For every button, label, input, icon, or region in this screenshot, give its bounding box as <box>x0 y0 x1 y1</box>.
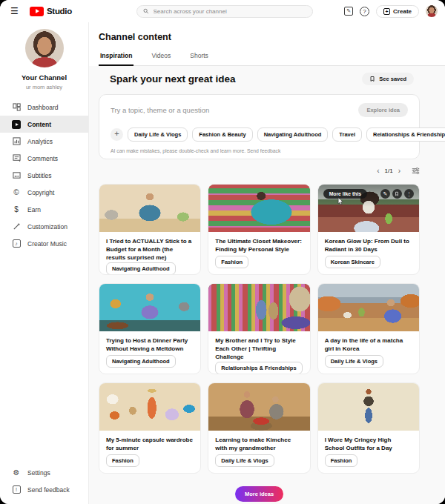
idea-card-dinner-party[interactable]: Trying to Host a Dinner Party Without Ha… <box>99 283 201 374</box>
sidebar-item-copyright[interactable]: © Copyright <box>0 184 88 201</box>
idea-card-thrifting-challenge[interactable]: My Brother and I Try to Style Each Other… <box>208 283 310 374</box>
more-options-icon[interactable]: ⋮ <box>404 189 414 199</box>
analytics-icon <box>12 137 21 146</box>
search-icon <box>143 8 149 14</box>
sidebar-item-settings[interactable]: ⚙ Settings <box>0 464 88 481</box>
youtube-studio-window: ☰ Studio ✎ ? + Create Your Channel <box>0 0 445 504</box>
page-prev-icon[interactable]: ‹ <box>377 168 379 175</box>
topic-chip[interactable]: Daily Life & Vlogs <box>128 127 188 142</box>
content-tabs: Inspiration Videos Shorts <box>99 52 445 66</box>
topic-chip[interactable]: Travel <box>332 127 362 142</box>
youtube-studio-logo[interactable]: Studio <box>30 7 72 16</box>
sidebar-item-label: Earn <box>27 206 41 213</box>
account-avatar[interactable] <box>426 5 438 17</box>
sidebar-item-analytics[interactable]: Analytics <box>0 133 88 150</box>
tab-videos[interactable]: Videos <box>150 52 172 65</box>
customization-icon <box>12 222 21 231</box>
sidebar-item-label: Content <box>27 121 51 128</box>
idea-card-closet-makeover[interactable]: The Ultimate Closet Makeover: Finding My… <box>208 184 310 275</box>
tab-inspiration[interactable]: Inspiration <box>99 52 134 65</box>
sidebar-item-label: Settings <box>27 469 50 477</box>
tab-shorts[interactable]: Shorts <box>188 52 210 65</box>
idea-card-tag: Navigating Adulthood <box>106 262 176 275</box>
filter-tune-icon[interactable] <box>412 167 420 175</box>
sidebar-item-customization[interactable]: Customization <box>0 218 88 235</box>
hero-title: Spark your next great idea <box>110 73 236 84</box>
explore-idea-button[interactable]: Explore idea <box>358 103 408 117</box>
idea-card-tag: Fashion <box>325 454 358 467</box>
sidebar-item-label: Creator Music <box>27 240 67 248</box>
idea-card-title: I Wore My Cringey High School Outfits fo… <box>325 436 412 452</box>
sidebar-item-creator-music[interactable]: ♪ Creator Music <box>0 235 88 252</box>
channel-avatar[interactable] <box>25 29 64 67</box>
idea-topic-input[interactable] <box>111 106 333 114</box>
sidebar-item-label: Send feedback <box>27 486 70 494</box>
idea-card-thumbnail <box>318 284 419 331</box>
youtube-play-icon <box>30 7 44 16</box>
idea-card-kimchee[interactable]: Learning to make Kimchee with my grandmo… <box>208 382 310 474</box>
sidebar-footer: ⚙ Settings ! Send feedback <box>0 464 88 504</box>
create-button[interactable]: + Create <box>376 5 419 18</box>
sidebar-item-earn[interactable]: $ Earn <box>0 201 88 218</box>
dashboard-icon <box>12 103 21 112</box>
sidebar-item-content[interactable]: Content <box>0 116 88 133</box>
topic-chip[interactable]: Fashion & Beauty <box>192 127 252 142</box>
idea-card-grid: I Tried to ACTUALLY Stick to a Budget fo… <box>99 184 420 474</box>
idea-card-tag: Daily Life & Vlogs <box>325 355 383 368</box>
idea-card-tag: Korean Skincare <box>325 256 380 268</box>
channel-name: Your Channel <box>0 73 88 82</box>
idea-card-thumbnail <box>208 383 309 431</box>
sidebar-item-comments[interactable]: Comments <box>0 150 88 167</box>
sidebar-item-send-feedback[interactable]: ! Send feedback <box>0 481 88 498</box>
idea-card-thumbnail <box>99 185 200 232</box>
channel-profile: Your Channel ur mom ashley <box>0 29 88 90</box>
idea-card-title: Learning to make Kimchee with my grandmo… <box>215 436 303 452</box>
add-topic-button[interactable]: + <box>111 128 123 141</box>
idea-card-korean-glow-up[interactable]: More like this ✎ ⋮ Korean Glow Up: From … <box>317 184 420 275</box>
ai-disclaimer: AI can make mistakes, please double-chec… <box>111 148 408 153</box>
page-next-icon[interactable]: › <box>398 168 400 175</box>
idea-card-title: My 5-minute capsule wardrobe for summer <box>106 436 194 452</box>
topic-chip[interactable]: Navigating Adulthood <box>257 127 329 142</box>
brand-name: Studio <box>47 7 72 16</box>
see-saved-button[interactable]: See saved <box>362 73 414 85</box>
page-indicator: 1/1 <box>385 168 393 174</box>
help-icon[interactable]: ? <box>360 7 369 16</box>
idea-card-high-school-outfits[interactable]: I Wore My Cringey High School Outfits fo… <box>317 382 420 474</box>
menu-icon[interactable]: ☰ <box>10 6 24 16</box>
sidebar-item-label: Subtitles <box>27 172 52 179</box>
creator-music-icon: ♪ <box>12 239 21 248</box>
create-icon: + <box>383 8 390 15</box>
idea-card-budget[interactable]: I Tried to ACTUALLY Stick to a Budget fo… <box>99 184 201 275</box>
sidebar-item-label: Dashboard <box>27 104 59 111</box>
pagination: ‹ 1/1 › <box>99 167 420 175</box>
more-like-this-button[interactable]: More like this <box>323 189 367 199</box>
topic-chip[interactable]: Relationships & Friendships <box>366 127 445 142</box>
idea-card-thumbnail <box>99 284 200 331</box>
sidebar-nav: Dashboard Content Analytics Comments Sub… <box>0 99 88 252</box>
search-input[interactable] <box>154 8 306 15</box>
idea-card-thumbnail <box>208 284 309 331</box>
edit-icon[interactable]: ✎ <box>380 189 390 199</box>
sidebar-item-label: Customization <box>27 223 67 231</box>
idea-card-thumbnail <box>208 185 309 232</box>
sidebar-item-label: Copyright <box>27 189 54 196</box>
save-bookmark-icon[interactable] <box>392 189 402 199</box>
idea-card-title: My Brother and I Try to Style Each Other… <box>215 336 303 362</box>
idea-card-title: The Ultimate Closet Makeover: Finding My… <box>215 237 303 253</box>
idea-card-matcha-girl[interactable]: A day in the life of a matcha girl in Ko… <box>317 283 420 374</box>
settings-icon: ⚙ <box>12 468 21 477</box>
sidebar: Your Channel ur mom ashley Dashboard Con… <box>0 22 89 504</box>
see-saved-label: See saved <box>379 76 406 82</box>
idea-card-title: Trying to Host a Dinner Party Without Ha… <box>106 336 194 353</box>
idea-card-capsule-wardrobe[interactable]: My 5-minute capsule wardrobe for summer … <box>99 382 201 474</box>
feedback-icon[interactable]: ✎ <box>344 7 353 16</box>
idea-card-title: Korean Glow Up: From Dull to Radiant in … <box>325 237 412 253</box>
top-bar: ☰ Studio ✎ ? + Create <box>0 0 445 22</box>
topic-chips: + Daily Life & Vlogs Fashion & Beauty Na… <box>111 127 408 142</box>
idea-card-title: I Tried to ACTUALLY Stick to a Budget fo… <box>106 237 194 262</box>
more-ideas-button[interactable]: More ideas <box>235 486 283 502</box>
earn-icon: $ <box>12 205 21 214</box>
sidebar-item-dashboard[interactable]: Dashboard <box>0 99 88 116</box>
sidebar-item-subtitles[interactable]: Subtitles <box>0 167 88 184</box>
